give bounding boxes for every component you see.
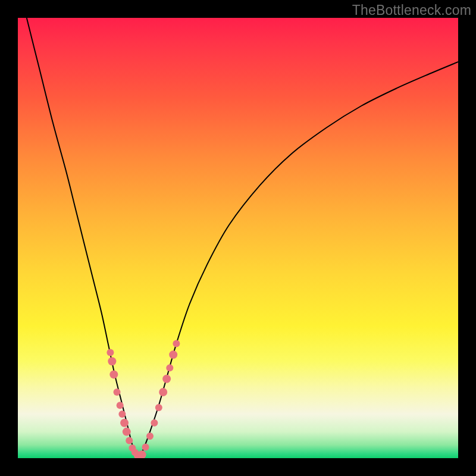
marker-dot — [109, 370, 118, 378]
marker-dot — [169, 350, 177, 359]
marker-dot — [162, 375, 171, 383]
marker-dot — [126, 437, 133, 444]
left-branch-curve — [27, 18, 139, 458]
plot-area — [18, 18, 458, 458]
marker-dot — [108, 357, 116, 365]
marker-dot — [118, 411, 126, 418]
marker-dot — [117, 402, 124, 409]
marker-dot — [159, 388, 167, 396]
marker-dot — [146, 433, 154, 440]
right-branch-curve — [139, 62, 459, 458]
marker-dot — [155, 404, 162, 411]
marker-dot — [123, 428, 131, 436]
marker-dot — [120, 419, 129, 427]
marker-dot — [166, 364, 173, 371]
marker-dot — [151, 419, 158, 427]
marker-group — [107, 340, 180, 458]
marker-dot — [142, 444, 149, 451]
chart-svg — [18, 18, 458, 458]
marker-dot — [107, 349, 114, 356]
marker-dot — [173, 340, 180, 347]
watermark-text: TheBottleneck.com — [352, 2, 471, 18]
chart-frame: TheBottleneck.com — [0, 0, 476, 476]
marker-dot — [114, 389, 121, 396]
